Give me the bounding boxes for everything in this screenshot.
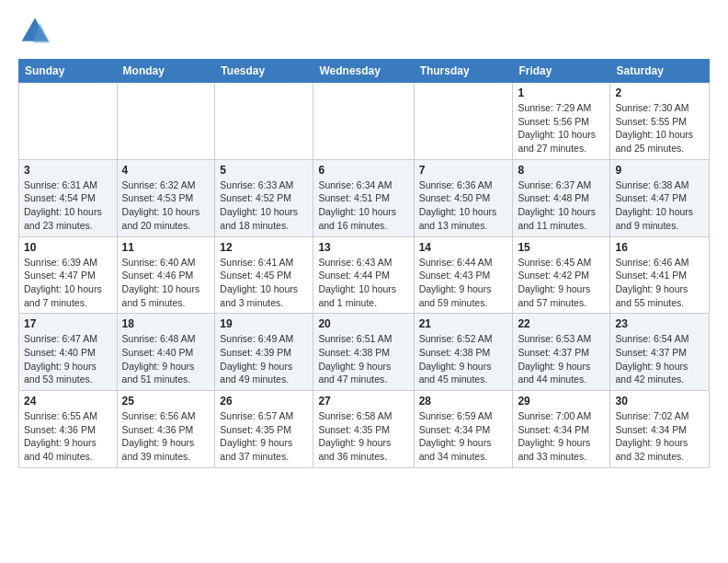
- day-info: Sunrise: 6:44 AM Sunset: 4:43 PM Dayligh…: [419, 256, 508, 310]
- day-number: 18: [122, 317, 210, 330]
- day-cell: 14Sunrise: 6:44 AM Sunset: 4:43 PM Dayli…: [414, 236, 513, 314]
- day-cell: [19, 83, 118, 160]
- week-row-2: 10Sunrise: 6:39 AM Sunset: 4:47 PM Dayli…: [19, 236, 710, 314]
- day-info: Sunrise: 6:40 AM Sunset: 4:46 PM Dayligh…: [122, 256, 210, 310]
- day-number: 9: [615, 164, 704, 177]
- day-info: Sunrise: 6:36 AM Sunset: 4:50 PM Dayligh…: [419, 178, 508, 233]
- header-cell-sunday: Sunday: [19, 60, 118, 83]
- day-info: Sunrise: 6:32 AM Sunset: 4:53 PM Dayligh…: [122, 178, 210, 233]
- day-info: Sunrise: 7:30 AM Sunset: 5:55 PM Dayligh…: [615, 101, 704, 155]
- logo: [18, 15, 55, 48]
- day-info: Sunrise: 6:58 AM Sunset: 4:35 PM Dayligh…: [318, 409, 408, 464]
- day-number: 10: [24, 241, 112, 254]
- header-cell-friday: Friday: [513, 60, 610, 83]
- day-info: Sunrise: 6:49 AM Sunset: 4:39 PM Dayligh…: [220, 332, 308, 386]
- day-number: 8: [518, 164, 605, 177]
- day-cell: 4Sunrise: 6:32 AM Sunset: 4:53 PM Daylig…: [117, 159, 215, 236]
- day-cell: 19Sunrise: 6:49 AM Sunset: 4:39 PM Dayli…: [215, 314, 313, 391]
- day-cell: 10Sunrise: 6:39 AM Sunset: 4:47 PM Dayli…: [19, 236, 118, 314]
- day-cell: 9Sunrise: 6:38 AM Sunset: 4:47 PM Daylig…: [610, 159, 710, 236]
- day-info: Sunrise: 7:29 AM Sunset: 5:56 PM Dayligh…: [518, 101, 605, 155]
- week-row-4: 24Sunrise: 6:55 AM Sunset: 4:36 PM Dayli…: [19, 391, 710, 468]
- day-cell: [215, 83, 313, 160]
- day-info: Sunrise: 7:00 AM Sunset: 4:34 PM Dayligh…: [518, 409, 605, 464]
- day-cell: 16Sunrise: 6:46 AM Sunset: 4:41 PM Dayli…: [610, 236, 710, 314]
- day-number: 22: [518, 317, 605, 330]
- day-cell: 30Sunrise: 7:02 AM Sunset: 4:34 PM Dayli…: [610, 391, 710, 468]
- day-cell: 12Sunrise: 6:41 AM Sunset: 4:45 PM Dayli…: [215, 236, 313, 314]
- day-cell: 22Sunrise: 6:53 AM Sunset: 4:37 PM Dayli…: [513, 314, 610, 391]
- day-number: 13: [318, 241, 408, 254]
- day-cell: 23Sunrise: 6:54 AM Sunset: 4:37 PM Dayli…: [610, 314, 710, 391]
- day-cell: 17Sunrise: 6:47 AM Sunset: 4:40 PM Dayli…: [19, 314, 118, 391]
- day-cell: 27Sunrise: 6:58 AM Sunset: 4:35 PM Dayli…: [313, 391, 414, 468]
- day-number: 4: [122, 164, 210, 177]
- day-info: Sunrise: 6:52 AM Sunset: 4:38 PM Dayligh…: [419, 332, 508, 386]
- day-info: Sunrise: 6:45 AM Sunset: 4:42 PM Dayligh…: [518, 256, 605, 310]
- header-cell-thursday: Thursday: [414, 60, 513, 83]
- day-number: 17: [24, 317, 112, 330]
- day-cell: 5Sunrise: 6:33 AM Sunset: 4:52 PM Daylig…: [215, 159, 313, 236]
- day-cell: 18Sunrise: 6:48 AM Sunset: 4:40 PM Dayli…: [117, 314, 215, 391]
- day-info: Sunrise: 6:34 AM Sunset: 4:51 PM Dayligh…: [318, 178, 408, 233]
- day-info: Sunrise: 6:46 AM Sunset: 4:41 PM Dayligh…: [615, 256, 704, 310]
- day-cell: 24Sunrise: 6:55 AM Sunset: 4:36 PM Dayli…: [19, 391, 118, 468]
- header-cell-tuesday: Tuesday: [215, 60, 313, 83]
- calendar-table: SundayMondayTuesdayWednesdayThursdayFrid…: [18, 59, 710, 468]
- day-cell: 8Sunrise: 6:37 AM Sunset: 4:48 PM Daylig…: [513, 159, 610, 236]
- day-info: Sunrise: 6:39 AM Sunset: 4:47 PM Dayligh…: [24, 256, 112, 310]
- day-number: 29: [518, 395, 605, 408]
- day-number: 2: [615, 86, 704, 99]
- header: [18, 15, 710, 48]
- day-cell: 29Sunrise: 7:00 AM Sunset: 4:34 PM Dayli…: [513, 391, 610, 468]
- day-info: Sunrise: 6:56 AM Sunset: 4:36 PM Dayligh…: [122, 409, 210, 464]
- day-info: Sunrise: 6:59 AM Sunset: 4:34 PM Dayligh…: [419, 409, 508, 464]
- day-number: 6: [318, 164, 408, 177]
- day-number: 11: [122, 241, 210, 254]
- day-number: 23: [615, 317, 704, 330]
- day-number: 20: [318, 317, 408, 330]
- week-row-1: 3Sunrise: 6:31 AM Sunset: 4:54 PM Daylig…: [19, 159, 710, 236]
- day-info: Sunrise: 6:43 AM Sunset: 4:44 PM Dayligh…: [318, 256, 408, 310]
- day-cell: [117, 83, 215, 160]
- day-info: Sunrise: 6:33 AM Sunset: 4:52 PM Dayligh…: [220, 178, 308, 233]
- day-cell: 3Sunrise: 6:31 AM Sunset: 4:54 PM Daylig…: [19, 159, 118, 236]
- day-cell: 1Sunrise: 7:29 AM Sunset: 5:56 PM Daylig…: [513, 83, 610, 160]
- day-number: 3: [24, 164, 112, 177]
- day-info: Sunrise: 6:37 AM Sunset: 4:48 PM Dayligh…: [518, 178, 605, 233]
- day-cell: 26Sunrise: 6:57 AM Sunset: 4:35 PM Dayli…: [215, 391, 313, 468]
- day-cell: 15Sunrise: 6:45 AM Sunset: 4:42 PM Dayli…: [513, 236, 610, 314]
- header-cell-monday: Monday: [117, 60, 215, 83]
- calendar-body: 1Sunrise: 7:29 AM Sunset: 5:56 PM Daylig…: [19, 83, 710, 468]
- day-cell: 21Sunrise: 6:52 AM Sunset: 4:38 PM Dayli…: [414, 314, 513, 391]
- day-info: Sunrise: 6:53 AM Sunset: 4:37 PM Dayligh…: [518, 332, 605, 386]
- day-cell: [313, 83, 414, 160]
- day-info: Sunrise: 6:55 AM Sunset: 4:36 PM Dayligh…: [24, 409, 112, 464]
- day-cell: 6Sunrise: 6:34 AM Sunset: 4:51 PM Daylig…: [313, 159, 414, 236]
- day-number: 12: [220, 241, 308, 254]
- day-number: 25: [122, 395, 210, 408]
- day-number: 14: [419, 241, 508, 254]
- day-info: Sunrise: 6:51 AM Sunset: 4:38 PM Dayligh…: [318, 332, 408, 386]
- header-cell-saturday: Saturday: [610, 60, 710, 83]
- day-info: Sunrise: 6:54 AM Sunset: 4:37 PM Dayligh…: [615, 332, 704, 386]
- logo-icon: [18, 15, 51, 48]
- day-cell: 25Sunrise: 6:56 AM Sunset: 4:36 PM Dayli…: [117, 391, 215, 468]
- day-cell: 11Sunrise: 6:40 AM Sunset: 4:46 PM Dayli…: [117, 236, 215, 314]
- day-info: Sunrise: 6:47 AM Sunset: 4:40 PM Dayligh…: [24, 332, 112, 386]
- header-cell-wednesday: Wednesday: [313, 60, 414, 83]
- day-info: Sunrise: 6:38 AM Sunset: 4:47 PM Dayligh…: [615, 178, 704, 233]
- week-row-0: 1Sunrise: 7:29 AM Sunset: 5:56 PM Daylig…: [19, 83, 710, 160]
- day-number: 30: [615, 395, 704, 408]
- day-number: 1: [518, 86, 605, 99]
- day-number: 7: [419, 164, 508, 177]
- day-cell: 28Sunrise: 6:59 AM Sunset: 4:34 PM Dayli…: [414, 391, 513, 468]
- week-row-3: 17Sunrise: 6:47 AM Sunset: 4:40 PM Dayli…: [19, 314, 710, 391]
- day-number: 21: [419, 317, 508, 330]
- day-number: 24: [24, 395, 112, 408]
- day-cell: 7Sunrise: 6:36 AM Sunset: 4:50 PM Daylig…: [414, 159, 513, 236]
- day-number: 15: [518, 241, 605, 254]
- day-info: Sunrise: 6:31 AM Sunset: 4:54 PM Dayligh…: [24, 178, 112, 233]
- day-cell: 20Sunrise: 6:51 AM Sunset: 4:38 PM Dayli…: [313, 314, 414, 391]
- day-cell: 13Sunrise: 6:43 AM Sunset: 4:44 PM Dayli…: [313, 236, 414, 314]
